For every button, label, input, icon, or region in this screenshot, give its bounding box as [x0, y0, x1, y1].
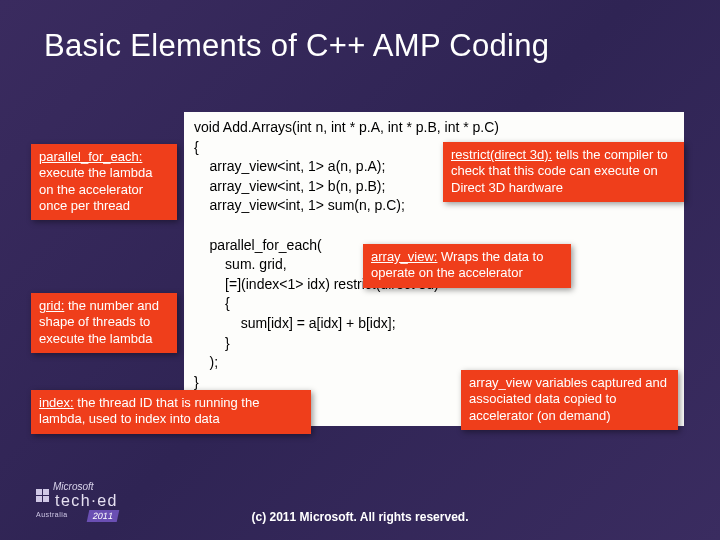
microsoft-icon: [36, 489, 49, 502]
copyright-text: (c) 2011 Microsoft. All rights reserved.: [0, 510, 720, 524]
callout-heading: grid:: [39, 298, 64, 313]
brand-small-text: Microsoft: [53, 481, 118, 492]
callout-grid: grid: the number and shape of threads to…: [31, 293, 177, 353]
callout-body: execute the lambda on the accelerator on…: [39, 165, 152, 213]
callout-heading: index:: [39, 395, 74, 410]
brand-big-text: tech·ed: [55, 492, 118, 510]
callout-parallel-for-each: parallel_for_each: execute the lambda on…: [31, 144, 177, 220]
callout-heading: array_view:: [371, 249, 437, 264]
callout-heading: parallel_for_each:: [39, 149, 142, 164]
callout-heading: restrict(direct 3d):: [451, 147, 552, 162]
brand-logo: Microsoft tech·ed: [36, 481, 118, 510]
slide-title: Basic Elements of C++ AMP Coding: [44, 28, 549, 64]
callout-restrict: restrict(direct 3d): tells the compiler …: [443, 142, 684, 202]
callout-body: array_view variables captured and associ…: [469, 375, 667, 423]
callout-array-view: array_view: Wraps the data to operate on…: [363, 244, 571, 288]
callout-capture: array_view variables captured and associ…: [461, 370, 678, 430]
callout-index: index: the thread ID that is running the…: [31, 390, 311, 434]
